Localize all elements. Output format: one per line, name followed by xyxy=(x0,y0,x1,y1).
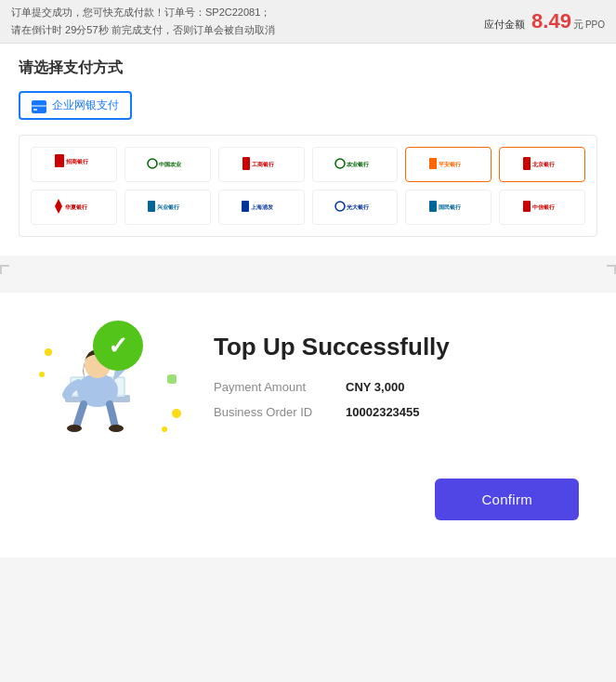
bank-logo: 华夏银行 xyxy=(53,197,94,217)
amount-currency: 元 xyxy=(573,18,583,32)
corner-tl xyxy=(0,265,9,274)
svg-rect-2 xyxy=(33,109,37,111)
svg-rect-13 xyxy=(523,157,531,170)
svg-rect-1 xyxy=(32,105,46,107)
payment-title: 请选择支付方式 xyxy=(19,59,597,78)
svg-text:农业银行: 农业银行 xyxy=(346,161,370,167)
svg-marker-15 xyxy=(55,199,62,214)
svg-text:国民银行: 国民银行 xyxy=(439,203,462,210)
svg-point-9 xyxy=(335,159,345,168)
amount-label: 应付金额 xyxy=(484,18,525,32)
svg-rect-3 xyxy=(55,154,64,167)
bank-logo: 上海浦发 xyxy=(241,197,282,217)
order-id-value: 10002323455 xyxy=(346,405,420,419)
bank-item[interactable]: 中国农业 xyxy=(125,147,211,182)
bank-item[interactable]: 华夏银行 xyxy=(31,190,117,225)
svg-point-5 xyxy=(148,159,157,168)
bank-item[interactable]: 国民银行 xyxy=(405,190,491,225)
bank-logo: 兴业银行 xyxy=(147,197,188,217)
mid-divider xyxy=(0,256,616,293)
payment-amount-value: CNY 3,000 xyxy=(346,380,404,394)
svg-rect-19 xyxy=(242,201,249,212)
svg-text:上海浦发: 上海浦发 xyxy=(251,203,273,210)
svg-text:华夏银行: 华夏银行 xyxy=(64,203,88,210)
success-illustration: ✓ xyxy=(37,321,186,441)
svg-rect-0 xyxy=(32,102,46,113)
deco-square xyxy=(167,374,177,384)
header-bar: 订单提交成功，您可快充成付款！订单号：SP2C22081； 请在倒计时 29分5… xyxy=(0,0,616,44)
bank-grid: 招商银行 中国农业 工商银行 xyxy=(19,135,597,237)
svg-rect-11 xyxy=(429,158,437,169)
bank-item[interactable]: 北京银行 xyxy=(499,147,585,182)
amount-unit: PPO xyxy=(585,20,605,30)
bank-logo: 北京银行 xyxy=(522,154,563,175)
bank-logo: 工商银行 xyxy=(241,154,282,175)
confirm-button[interactable]: Confirm xyxy=(435,479,579,520)
bank-logo: 光大银行 xyxy=(334,197,375,217)
corner-tr xyxy=(607,265,616,274)
bank-tab-icon xyxy=(32,100,46,111)
payment-amount-row: Payment Amount CNY 3,000 xyxy=(214,380,579,394)
check-circle: ✓ xyxy=(93,321,143,371)
bank-logo: 平安银行 xyxy=(428,154,469,175)
svg-rect-17 xyxy=(148,201,155,212)
order-info: 订单提交成功，您可快充成付款！订单号：SP2C22081； 请在倒计时 29分5… xyxy=(11,6,476,37)
deco-dot xyxy=(39,372,45,377)
bank-item[interactable]: 农业银行 xyxy=(312,147,399,182)
svg-text:兴业银行: 兴业银行 xyxy=(157,203,180,210)
payment-tab[interactable]: 企业网银支付 xyxy=(19,91,132,120)
deco-dot xyxy=(172,409,181,418)
bank-item[interactable]: 工商银行 xyxy=(218,147,305,182)
payment-tab-label: 企业网银支付 xyxy=(52,98,119,113)
success-section: ✓ xyxy=(0,293,616,557)
success-info: Top Up Successfully Payment Amount CNY 3… xyxy=(214,333,579,430)
svg-text:平安银行: 平安银行 xyxy=(439,161,462,167)
bank-item[interactable]: 光大银行 xyxy=(312,190,399,225)
bank-logo: 国民银行 xyxy=(428,197,469,217)
bank-logo: 中信银行 xyxy=(522,197,563,217)
countdown-text: 请在倒计时 29分57秒 前完成支付，否则订单会被自动取消 xyxy=(11,23,275,37)
bank-logo: 招商银行 xyxy=(55,154,92,175)
bank-item[interactable]: 招商银行 xyxy=(31,147,117,182)
payment-amount-label: Payment Amount xyxy=(214,380,334,394)
svg-rect-7 xyxy=(242,157,250,170)
amount-display: 应付金额 8.49 元 PPO xyxy=(484,9,605,33)
bank-item[interactable]: 平安银行 xyxy=(405,147,491,182)
success-title: Top Up Successfully xyxy=(214,333,579,361)
svg-text:中国农业: 中国农业 xyxy=(159,161,182,167)
payment-body: 请选择支付方式 企业网银支付 招商银行 xyxy=(0,44,616,256)
order-text: 订单提交成功，您可快充成付款！订单号：SP2C22081； xyxy=(11,6,270,20)
deco-dot xyxy=(162,426,167,432)
check-mark-icon: ✓ xyxy=(108,334,128,358)
payment-section: 订单提交成功，您可快充成付款！订单号：SP2C22081； 请在倒计时 29分5… xyxy=(0,0,616,256)
svg-point-34 xyxy=(109,425,124,432)
success-content: ✓ xyxy=(37,321,579,441)
confirm-row: Confirm xyxy=(37,479,579,520)
order-id-row: Business Order ID 10002323455 xyxy=(214,405,579,419)
svg-text:北京银行: 北京银行 xyxy=(531,161,556,167)
order-id-label: Business Order ID xyxy=(214,405,334,419)
svg-text:中信银行: 中信银行 xyxy=(532,203,556,210)
bank-item[interactable]: 上海浦发 xyxy=(218,190,305,225)
deco-dot xyxy=(45,348,52,356)
svg-text:光大银行: 光大银行 xyxy=(346,203,370,210)
amount-value: 8.49 xyxy=(531,9,571,33)
bank-logo: 中国农业 xyxy=(147,154,188,175)
svg-text:招商银行: 招商银行 xyxy=(65,158,89,164)
svg-rect-23 xyxy=(429,201,437,212)
svg-text:工商银行: 工商银行 xyxy=(252,161,275,167)
svg-point-21 xyxy=(335,202,345,211)
bank-logo: 农业银行 xyxy=(334,154,375,175)
svg-rect-25 xyxy=(523,201,531,212)
bank-item[interactable]: 中信银行 xyxy=(499,190,585,225)
svg-point-33 xyxy=(67,425,82,432)
bank-item[interactable]: 兴业银行 xyxy=(125,190,211,225)
